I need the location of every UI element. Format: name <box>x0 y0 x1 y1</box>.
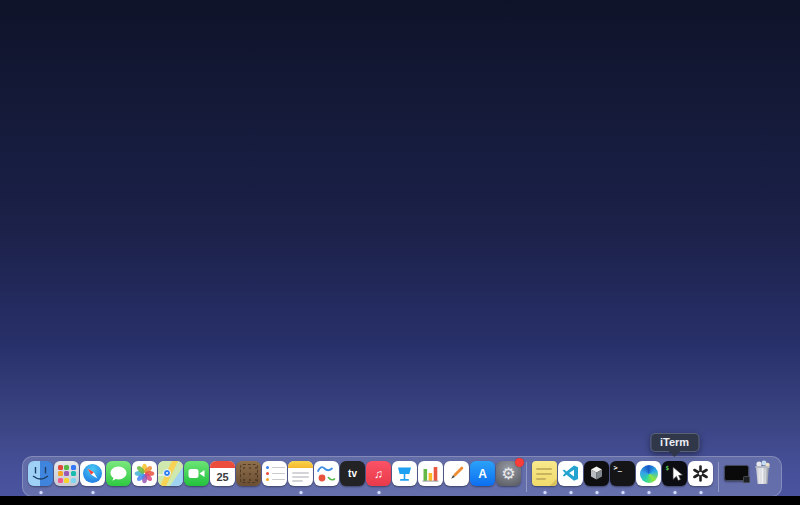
numbers-icon <box>418 461 443 486</box>
dock-item-facetime[interactable] <box>184 457 209 497</box>
dock-item-vscode[interactable] <box>558 457 583 497</box>
dock-item-stickies[interactable] <box>532 457 557 497</box>
dock-item-finder[interactable] <box>28 457 53 497</box>
app-store-a-glyph: A <box>478 467 487 481</box>
maps-pin <box>163 469 171 477</box>
dock-item-reminders[interactable] <box>262 457 287 497</box>
photos-icon <box>132 461 157 486</box>
calendar-day-number: 25 <box>210 468 235 486</box>
keynote-icon <box>392 461 417 486</box>
running-indicator <box>699 491 702 494</box>
contacts-icon <box>236 461 261 486</box>
calendar-icon: 25 <box>210 461 235 486</box>
terminal-icon: >_ <box>610 461 635 486</box>
dock-item-edge[interactable] <box>636 457 661 497</box>
running-indicator <box>299 491 302 494</box>
dock-item-messages[interactable] <box>106 457 131 497</box>
apple-tv-icon: tv <box>340 461 365 486</box>
chatgpt-icon <box>688 461 713 486</box>
running-indicator <box>621 491 624 494</box>
iterm-icon: $ <box>662 461 687 486</box>
dock-item-terminal[interactable]: >_ <box>610 457 635 497</box>
cube-3d-icon <box>584 461 609 486</box>
launchpad-icon <box>54 461 79 486</box>
tv-glyph: tv <box>348 468 357 479</box>
dock-item-numbers[interactable] <box>418 457 443 497</box>
dock-item-minimized-window[interactable] <box>724 457 749 497</box>
dock-item-freeform[interactable] <box>314 457 339 497</box>
notes-icon <box>288 461 313 486</box>
freeform-icon <box>314 461 339 486</box>
maps-icon <box>158 461 183 486</box>
dock-item-maps[interactable] <box>158 457 183 497</box>
minimized-window-thumbnail <box>724 465 749 481</box>
calendar-header-band <box>210 461 235 468</box>
dock-separator <box>714 457 723 497</box>
dock-item-music[interactable]: ♫ <box>366 457 391 497</box>
running-indicator <box>39 491 42 494</box>
running-indicator <box>673 491 676 494</box>
dock-item-trash[interactable] <box>750 457 775 497</box>
dock-item-chatgpt[interactable] <box>688 457 713 497</box>
safari-icon <box>80 461 105 486</box>
music-icon: ♫ <box>366 461 391 486</box>
bottom-black-strip <box>0 496 800 505</box>
dock-item-calendar[interactable]: 25 <box>210 457 235 497</box>
edge-icon <box>636 461 661 486</box>
dock-item-launchpad[interactable] <box>54 457 79 497</box>
dock-item-photos[interactable] <box>132 457 157 497</box>
vscode-icon <box>558 461 583 486</box>
trash-icon <box>751 459 774 486</box>
iterm-tooltip: iTerm <box>650 433 699 452</box>
dock-item-safari[interactable] <box>80 457 105 497</box>
dock-item-settings[interactable]: ⚙ <box>496 457 521 497</box>
running-indicator <box>543 491 546 494</box>
dock-item-keynote[interactable] <box>392 457 417 497</box>
dock-item-pages[interactable] <box>444 457 469 497</box>
running-indicator <box>377 491 380 494</box>
running-indicator <box>647 491 650 494</box>
dock-item-contacts[interactable] <box>236 457 261 497</box>
running-indicator <box>569 491 572 494</box>
terminal-prompt-glyph: >_ <box>614 464 622 472</box>
running-indicator <box>595 491 598 494</box>
minimized-window-app-badge <box>743 476 750 483</box>
app-store-icon: A <box>470 461 495 486</box>
finder-icon <box>28 461 53 486</box>
dock-item-iterm[interactable]: iTerm $ <box>662 457 687 497</box>
pages-icon <box>444 461 469 486</box>
desktop-wallpaper[interactable]: 25 <box>0 0 800 505</box>
running-indicator <box>91 491 94 494</box>
dock: 25 <box>22 456 782 497</box>
stickies-icon <box>532 461 557 486</box>
notification-badge <box>515 458 524 467</box>
facetime-icon <box>184 461 209 486</box>
reminders-icon <box>262 461 287 486</box>
dock-item-tv[interactable]: tv <box>340 457 365 497</box>
dock-item-unity[interactable] <box>584 457 609 497</box>
dock-item-appstore[interactable]: A <box>470 457 495 497</box>
messages-icon <box>106 461 131 486</box>
dock-item-notes[interactable] <box>288 457 313 497</box>
gear-icon: ⚙ <box>501 466 515 482</box>
music-note-glyph: ♫ <box>374 468 383 480</box>
